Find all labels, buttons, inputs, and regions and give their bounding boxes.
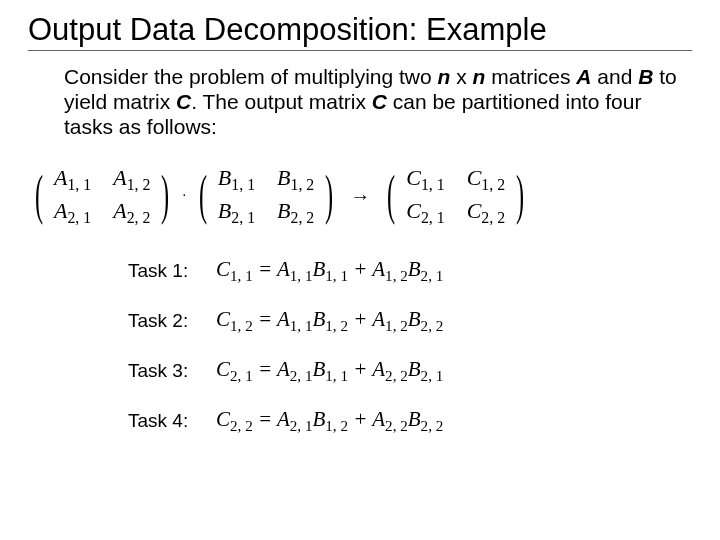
var-a: A <box>576 65 591 88</box>
matrix-b: ( B1, 1B1, 2 B2, 1B2, 2 ) <box>194 161 338 231</box>
task-equation: C2, 2 = A2, 1B1, 2 + A2, 2B2, 2 <box>216 407 443 435</box>
paren-left-icon: ( <box>387 174 395 217</box>
paren-right-icon: ) <box>516 174 524 217</box>
var-c: C <box>372 90 387 113</box>
task-row: Task 3: C2, 1 = A2, 1B1, 1 + A2, 2B2, 1 <box>128 357 692 385</box>
slide-title: Output Data Decomposition: Example <box>28 12 692 51</box>
text: and <box>592 65 639 88</box>
task-label: Task 1: <box>128 260 216 282</box>
matrix-c: ( C1, 1C1, 2 C2, 1C2, 2 ) <box>382 161 529 231</box>
task-row: Task 2: C1, 2 = A1, 1B1, 2 + A1, 2B2, 2 <box>128 307 692 335</box>
arrow-icon: → <box>344 185 376 208</box>
matrix-a: ( A1, 1A1, 2 A2, 1A2, 2 ) <box>30 161 174 231</box>
task-equation: C1, 1 = A1, 1B1, 1 + A1, 2B2, 1 <box>216 257 443 285</box>
text: matrices <box>485 65 576 88</box>
var-c: C <box>176 90 191 113</box>
intro-text: Consider the problem of multiplying two … <box>28 65 692 139</box>
task-equation: C1, 2 = A1, 1B1, 2 + A1, 2B2, 2 <box>216 307 443 335</box>
paren-right-icon: ) <box>161 174 169 217</box>
dot-operator: · <box>180 188 188 204</box>
matrix-equation: ( A1, 1A1, 2 A2, 1A2, 2 ) · ( B1, 1B1, 2… <box>30 161 692 231</box>
var-n: n <box>438 65 451 88</box>
task-list: Task 1: C1, 1 = A1, 1B1, 1 + A1, 2B2, 1 … <box>28 257 692 436</box>
text: Consider the problem of multiplying two <box>64 65 438 88</box>
paren-right-icon: ) <box>325 174 333 217</box>
task-equation: C2, 1 = A2, 1B1, 1 + A2, 2B2, 1 <box>216 357 443 385</box>
task-label: Task 4: <box>128 410 216 432</box>
var-b: B <box>638 65 653 88</box>
text: . The output matrix <box>191 90 372 113</box>
task-row: Task 1: C1, 1 = A1, 1B1, 1 + A1, 2B2, 1 <box>128 257 692 285</box>
paren-left-icon: ( <box>199 174 207 217</box>
task-label: Task 2: <box>128 310 216 332</box>
text: x <box>450 65 472 88</box>
paren-left-icon: ( <box>35 174 43 217</box>
task-row: Task 4: C2, 2 = A2, 1B1, 2 + A2, 2B2, 2 <box>128 407 692 435</box>
var-n: n <box>473 65 486 88</box>
task-label: Task 3: <box>128 360 216 382</box>
